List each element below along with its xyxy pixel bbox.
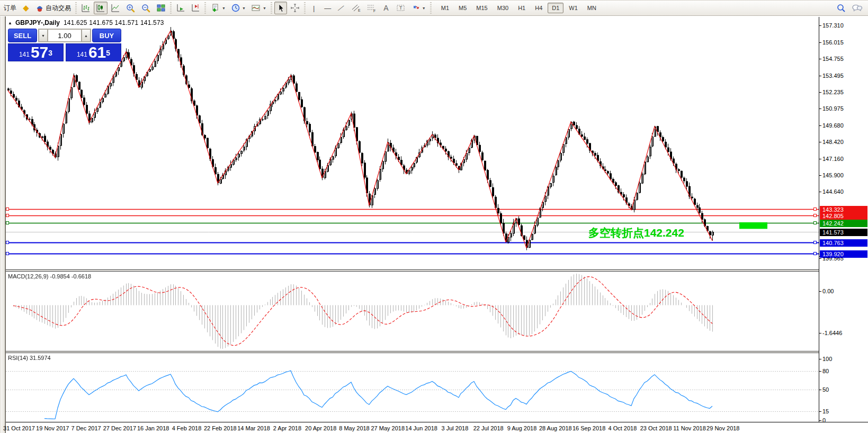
cursor-button[interactable] [274,2,287,14]
macd-pane[interactable]: MACD(12,26,9) -0.9854 -0.6618 [6,272,819,351]
trendline-button[interactable]: ／ [335,2,348,14]
date-tick: 7 Dec 2017 [71,425,101,431]
horizontal-line-button[interactable]: — [321,2,334,14]
sell-price-prefix: 141 [19,49,30,60]
volume-increase-button[interactable]: ▲ [82,29,91,42]
rsi-canvas[interactable] [6,353,819,422]
horizontal-line-icon: — [324,4,331,12]
main-price-pane[interactable]: ▲ GBPJPY-,Daily 141.625 141.675 141.571 … [6,17,819,269]
zoom-in-button[interactable] [123,2,138,14]
hline-price-label: 142.805 [820,212,867,220]
price-tick: 149.680 [822,122,844,129]
svg-text:E: E [358,8,361,12]
timeframe-button-m5[interactable]: M5 [454,3,471,13]
indicators-icon [251,3,261,13]
timeframe-button-m1[interactable]: M1 [437,3,453,13]
hline-price-label: 142.242 [820,220,867,227]
autotrading-hat-icon [35,4,44,12]
toolbar-separator [170,2,172,14]
buy-button[interactable]: BUY [92,29,121,42]
dropdown-arrow-icon: ▼ [422,6,426,10]
zoom-out-button[interactable] [139,2,153,14]
fibonacci-button[interactable]: F [364,2,379,14]
volume-input[interactable] [48,29,82,42]
date-tick: 3 Jul 2018 [442,425,469,431]
gold-ingot-button[interactable]: ◆ [20,2,32,14]
date-axis[interactable]: 31 Oct 201719 Nov 20177 Dec 201727 Dec 2… [6,422,868,433]
price-tick: 156.015 [822,39,844,46]
text-button[interactable]: A [380,2,392,14]
timeframe-button-w1[interactable]: W1 [565,3,582,13]
search-icon [836,3,846,13]
toolbar-separator [271,2,272,14]
price-tick: 153.495 [822,73,844,79]
sell-price-box[interactable]: 141 57 3 [8,43,64,61]
fibonacci-icon: F [366,3,377,13]
new-order-button[interactable]: 订单 [0,2,19,14]
chat-button[interactable] [849,2,865,14]
chart-shift-button[interactable] [189,2,202,14]
timeframe-button-m15[interactable]: M15 [472,3,491,13]
dropdown-arrow-icon: ▼ [222,6,226,10]
collapse-arrow-icon[interactable]: ▲ [8,21,12,25]
timeframe-button-d1[interactable]: D1 [548,3,563,13]
date-tick: 14 Mar 2018 [237,425,270,431]
new-chart-button[interactable]: ▼ [208,2,228,14]
clock-icon [231,3,240,13]
text-label-button[interactable]: T [393,2,408,14]
hline-price-label: 140.763 [820,239,867,247]
bar-chart-icon [81,3,91,13]
indicators-button[interactable]: ▼ [249,2,269,14]
date-tick: 16 Jan 2018 [137,425,169,431]
chat-icon [852,3,863,13]
auto-scroll-button[interactable] [174,2,187,14]
volume-decrease-button[interactable]: ▼ [39,29,48,42]
gold-ingot-icon: ◆ [23,3,29,13]
line-chart-button[interactable] [109,2,122,14]
date-tick: 22 Jul 2018 [473,425,504,431]
svg-text:T: T [399,5,402,11]
macd-tick: -1.6446 [822,330,842,336]
macd-canvas[interactable] [6,272,819,351]
text-icon: A [383,4,388,12]
vertical-line-button[interactable]: | [308,2,320,14]
macd-label: MACD(12,26,9) -0.9854 -0.6618 [8,273,91,279]
vertical-line-icon: | [313,4,315,12]
price-tick: 145.900 [822,172,844,178]
autotrading-button[interactable]: 自动交易 [33,2,73,14]
bar-chart-button[interactable] [79,2,93,14]
candlestick-chart-button[interactable] [94,2,108,14]
crosshair-button[interactable] [288,2,302,14]
timeframe-button-h4[interactable]: H4 [531,3,547,13]
buy-price-big: 61 [88,45,106,60]
timeframe-button-mn[interactable]: MN [583,3,601,13]
tile-windows-button[interactable] [154,2,168,14]
arrows-button[interactable]: ▼ [409,2,428,14]
price-tick: 144.640 [822,188,844,195]
timeframe-button-m30[interactable]: M30 [493,3,513,13]
rsi-label: RSI(14) 31.5974 [8,355,51,361]
arrows-icon [411,3,420,13]
pivot-annotation-text[interactable]: 多空转折点142.242 [588,225,684,240]
hline-price-label: 139.920 [820,250,867,258]
rsi-pane[interactable]: RSI(14) 31.5974 [6,353,819,422]
search-button[interactable] [834,2,848,14]
candlestick-chart-canvas[interactable] [6,17,819,269]
date-tick: 28 Aug 2018 [539,425,572,431]
buy-price-box[interactable]: 141 61 5 [66,43,121,61]
chart-ohlc-values: 141.625 141.675 141.571 141.573 [64,19,164,26]
trendline-icon: ／ [337,3,345,13]
price-axis[interactable]: 157.310156.015154.755153.495152.235150.9… [819,17,868,422]
date-tick: 23 Oct 2018 [640,425,672,431]
date-tick: 22 Feb 2018 [204,425,237,431]
price-tick: 152.235 [822,89,844,95]
timeframe-button-h1[interactable]: H1 [514,3,530,13]
line-chart-icon [111,3,120,13]
date-tick: 20 Apr 2018 [305,425,336,431]
equidistant-channel-button[interactable]: E [349,2,363,14]
periods-button[interactable]: ▼ [229,2,248,14]
sell-button[interactable]: SELL [8,29,37,42]
toolbar-separator [430,2,432,14]
toolbar-separator [304,2,306,14]
docked-panel-edge [0,16,5,433]
